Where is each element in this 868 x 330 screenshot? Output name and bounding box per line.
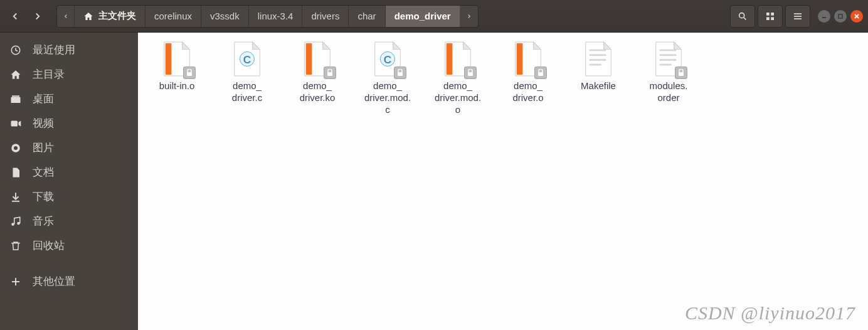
search-icon: [738, 11, 748, 21]
sidebar-item-desktop[interactable]: 桌面: [0, 87, 138, 111]
breadcrumb-item-linux34[interactable]: linux-3.4: [249, 6, 303, 27]
icon-grid: built-in.odemo_ driver.cdemo_ driver.kod…: [142, 38, 864, 118]
sidebar-item-videos[interactable]: 视频: [0, 111, 138, 136]
grid-view-icon: [765, 11, 775, 21]
obj-file-icon: [161, 40, 193, 78]
lock-icon: [324, 67, 336, 79]
breadcrumb-bar: 主文件夹 corelinux v3ssdk linux-3.4 drivers …: [56, 5, 479, 28]
hamburger-icon: [793, 11, 803, 21]
file-label: demo_ driver.ko: [300, 80, 336, 104]
sidebar-item-other-locations[interactable]: 其他位置: [0, 269, 138, 294]
minimize-icon: [821, 13, 827, 19]
file-view[interactable]: built-in.odemo_ driver.cdemo_ driver.kod…: [138, 33, 868, 330]
file-item[interactable]: demo_ driver.c: [212, 38, 282, 118]
sidebar: 最近使用 主目录 桌面 视频 图片: [0, 33, 138, 330]
breadcrumb-item-v3ssdk[interactable]: v3ssdk: [201, 6, 249, 27]
breadcrumb-label: 主文件夹: [98, 10, 136, 22]
sidebar-item-downloads[interactable]: 下载: [0, 184, 138, 209]
maximize-icon: [837, 13, 844, 19]
nav-buttons: [0, 5, 53, 28]
view-mode-button[interactable]: [758, 5, 783, 28]
file-item[interactable]: demo_ driver.mod. c: [352, 38, 423, 118]
file-label: modules. order: [650, 80, 688, 104]
svg-marker-15: [19, 120, 21, 126]
watermark-text: CSDN @liyinuo2017: [685, 302, 855, 324]
sidebar-item-home[interactable]: 主目录: [0, 62, 138, 87]
file-item[interactable]: Makefile: [563, 38, 633, 118]
lock-icon: [394, 67, 406, 79]
svg-rect-3: [771, 13, 774, 16]
sidebar-item-pictures[interactable]: 图片: [0, 136, 138, 160]
breadcrumb-scroll-left[interactable]: [57, 6, 75, 27]
sidebar-item-documents[interactable]: 文档: [0, 160, 138, 184]
breadcrumb-item-char[interactable]: char: [349, 6, 385, 27]
file-item[interactable]: built-in.o: [142, 38, 212, 118]
breadcrumb-home[interactable]: 主文件夹: [75, 6, 146, 27]
file-item[interactable]: demo_ driver.ko: [282, 38, 352, 118]
breadcrumb-item-demodriver[interactable]: demo_driver: [386, 6, 460, 27]
breadcrumb-scroll-right[interactable]: [460, 6, 478, 27]
obj-file-icon: [301, 40, 334, 78]
file-label: Makefile: [581, 80, 616, 92]
hamburger-menu-button[interactable]: [785, 5, 810, 28]
lock-icon: [183, 67, 196, 79]
window-close-button[interactable]: [850, 10, 863, 23]
recent-icon: [9, 45, 23, 56]
sidebar-item-label: 回收站: [33, 238, 65, 253]
sidebar-item-label: 视频: [33, 116, 54, 130]
sidebar-item-trash[interactable]: 回收站: [0, 233, 138, 258]
svg-rect-2: [766, 13, 770, 16]
chevron-right-icon: [32, 11, 43, 22]
obj-file-icon: [442, 40, 474, 78]
sidebar-item-label: 音乐: [33, 214, 54, 228]
breadcrumb-label: drivers: [311, 11, 339, 21]
header-bar: 主文件夹 corelinux v3ssdk linux-3.4 drivers …: [0, 0, 868, 33]
breadcrumb-label: char: [357, 11, 376, 21]
breadcrumb-item-drivers[interactable]: drivers: [302, 6, 349, 27]
back-button[interactable]: [4, 5, 26, 28]
c-file-icon: [231, 40, 263, 78]
home-icon: [9, 69, 23, 80]
svg-rect-4: [766, 17, 770, 20]
window-controls: [818, 10, 863, 23]
sidebar-item-label: 下载: [33, 189, 54, 204]
file-item[interactable]: demo_ driver.o: [493, 38, 563, 118]
sidebar-item-label: 主目录: [33, 67, 65, 82]
svg-rect-14: [11, 120, 18, 126]
trash-icon: [9, 240, 23, 252]
svg-point-17: [14, 146, 18, 150]
window-minimize-button[interactable]: [818, 10, 830, 23]
downloads-icon: [9, 191, 23, 203]
lock-icon: [534, 67, 547, 79]
sidebar-item-label: 其他位置: [33, 274, 75, 289]
sidebar-item-recent[interactable]: 最近使用: [0, 38, 138, 62]
file-item[interactable]: modules. order: [633, 38, 704, 118]
file-label: demo_ driver.o: [512, 80, 543, 104]
documents-icon: [9, 167, 23, 178]
c-file-icon: [371, 40, 404, 78]
svg-rect-5: [771, 17, 774, 20]
svg-point-0: [739, 13, 744, 18]
file-label: demo_ driver.mod. o: [435, 80, 481, 115]
breadcrumb-label: demo_driver: [394, 11, 451, 21]
forward-button[interactable]: [26, 5, 49, 28]
file-item[interactable]: demo_ driver.mod. o: [423, 38, 493, 118]
music-icon: [9, 216, 23, 227]
file-label: demo_ driver.mod. c: [364, 80, 411, 115]
svg-line-1: [744, 18, 746, 19]
videos-icon: [9, 118, 23, 129]
search-button[interactable]: [730, 5, 755, 28]
window-maximize-button[interactable]: [834, 10, 847, 23]
breadcrumb-label: v3ssdk: [210, 11, 240, 21]
header-right-tools: [730, 5, 868, 28]
breadcrumb-item-corelinux[interactable]: corelinux: [146, 6, 201, 27]
close-icon: [854, 13, 860, 19]
sidebar-item-label: 最近使用: [33, 43, 75, 57]
sidebar-item-music[interactable]: 音乐: [0, 209, 138, 233]
file-label: built-in.o: [159, 80, 195, 92]
plus-icon: [9, 276, 23, 287]
chevron-left-small-icon: [63, 13, 69, 19]
svg-rect-10: [839, 14, 842, 18]
lock-icon: [675, 67, 687, 79]
breadcrumb-label: corelinux: [154, 11, 192, 21]
